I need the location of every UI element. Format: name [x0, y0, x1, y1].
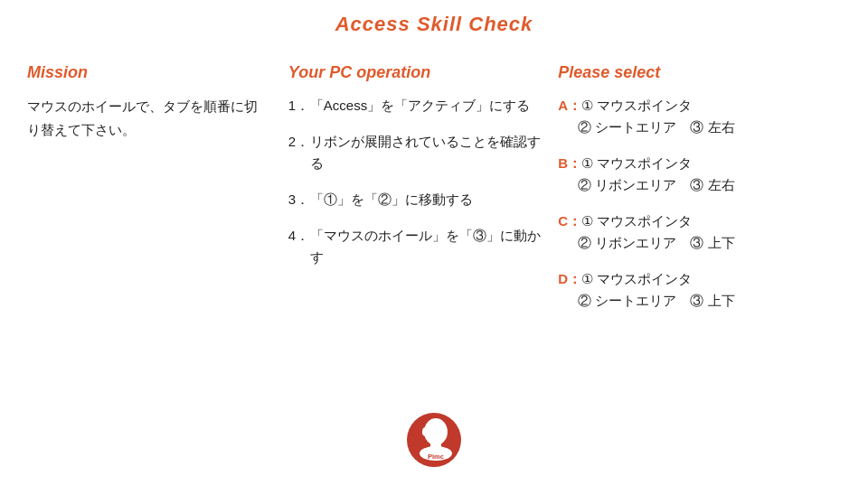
list-item: A：① マウスポインタ ② シートエリア ③ 左右 — [558, 95, 841, 138]
select-header: Please select — [558, 63, 841, 82]
step-text: 「マウスのホイール」を「③」に動かす — [310, 228, 541, 265]
operation-header: Your PC operation — [288, 63, 549, 82]
page-title: Access Skill Check — [0, 0, 868, 36]
option-row2: ② リボンエリア ③ 上下 — [578, 232, 841, 254]
mission-header: Mission — [27, 63, 270, 82]
list-item: 1． 「Access」を「アクティブ」にする — [288, 95, 549, 117]
operation-list: 1． 「Access」を「アクティブ」にする 2． リボンが展開されていることを… — [288, 95, 549, 268]
select-list: A：① マウスポインタ ② シートエリア ③ 左右 B：① マウスポインタ ② … — [558, 95, 841, 312]
step-number: 3． — [288, 189, 309, 210]
option-label: A： — [558, 98, 581, 113]
option-row1: ① マウスポインタ — [581, 155, 692, 171]
list-item: 2． リボンが展開されていることを確認する — [288, 131, 549, 174]
option-row1: ① マウスポインタ — [581, 213, 692, 229]
logo-container: Pimc — [406, 412, 462, 468]
step-text: 「Access」を「アクティブ」にする — [310, 98, 530, 113]
option-label: D： — [558, 271, 581, 286]
option-row1: ① マウスポインタ — [581, 98, 692, 113]
option-label: C： — [558, 213, 581, 229]
mission-column: Mission マウスのホイールで、タブを順番に切り替えて下さい。 — [27, 63, 288, 326]
list-item: 3． 「①」を「②」に移動する — [288, 189, 549, 210]
option-label: B： — [558, 155, 581, 171]
step-text: リボンが展開されていることを確認する — [310, 134, 541, 171]
step-number: 1． — [288, 95, 309, 117]
step-number: 2． — [288, 131, 309, 153]
list-item: 4． 「マウスのホイール」を「③」に動かす — [288, 225, 549, 268]
step-text: 「①」を「②」に移動する — [310, 192, 473, 207]
step-number: 4． — [288, 225, 309, 247]
option-row2: ② シートエリア ③ 左右 — [578, 117, 841, 138]
list-item: D：① マウスポインタ ② シートエリア ③ 上下 — [558, 268, 841, 312]
list-item: B：① マウスポインタ ② リボンエリア ③ 左右 — [558, 153, 841, 196]
svg-text:Pimc: Pimc — [428, 453, 444, 461]
list-item: C：① マウスポインタ ② リボンエリア ③ 上下 — [558, 210, 841, 254]
option-row2: ② シートエリア ③ 上下 — [578, 290, 841, 312]
mission-body: マウスのホイールで、タブを順番に切り替えて下さい。 — [27, 95, 270, 141]
option-row1: ① マウスポインタ — [581, 271, 692, 286]
pimc-logo: Pimc — [406, 412, 462, 468]
select-column: Please select A：① マウスポインタ ② シートエリア ③ 左右 … — [558, 63, 841, 326]
operation-column: Your PC operation 1． 「Access」を「アクティブ」にする… — [288, 63, 558, 326]
option-row2: ② リボンエリア ③ 左右 — [578, 174, 841, 196]
